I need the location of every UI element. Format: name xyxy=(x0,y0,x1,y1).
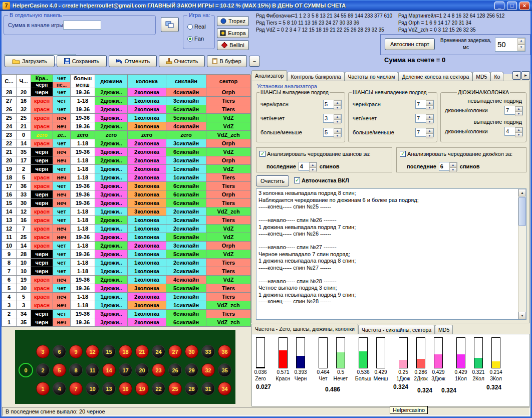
autospin-start-button[interactable]: Автоспин старт xyxy=(385,38,435,50)
roulette-number-19[interactable]: 19 xyxy=(135,382,149,395)
roulette-number-32[interactable]: 32 xyxy=(201,363,215,377)
spin-down-icon[interactable]: ▼ xyxy=(334,133,341,138)
buffer-button[interactable]: В буфер xyxy=(207,55,247,67)
roulette-number-2[interactable]: 2 xyxy=(36,363,50,377)
roulette-number-33[interactable]: 33 xyxy=(201,345,215,358)
roulette-number-20[interactable]: 20 xyxy=(135,363,149,377)
clear-button-top[interactable]: Очистить xyxy=(159,55,205,67)
roulette-number-31[interactable]: 31 xyxy=(201,382,215,395)
roulette-number-7[interactable]: 7 xyxy=(69,382,83,395)
detach-panel-button[interactable] xyxy=(161,17,179,32)
save-button[interactable]: Сохранить xyxy=(57,55,107,67)
roulette-number-30[interactable]: 30 xyxy=(185,345,198,358)
roulette-number-5[interactable]: 5 xyxy=(53,363,66,377)
roulette-number-23[interactable]: 23 xyxy=(152,363,165,377)
g1-row1-spinner[interactable]: 5▲▼ xyxy=(323,100,342,109)
roulette-number-12[interactable]: 12 xyxy=(86,345,99,358)
spin-down-icon[interactable]: ▼ xyxy=(517,45,525,51)
roulette-number-6[interactable]: 6 xyxy=(53,345,66,358)
scroll-down-icon[interactable]: ▼ xyxy=(518,312,526,319)
delay-spinner[interactable]: 50 ▲ ▼ xyxy=(495,38,525,52)
roulette-number-4[interactable]: 4 xyxy=(53,382,66,395)
alt2-spinner[interactable]: 6▲▼ xyxy=(439,162,457,171)
roulette-number-17[interactable]: 17 xyxy=(119,363,132,377)
spin-up-icon[interactable]: ▲ xyxy=(449,162,457,167)
undo-button[interactable]: Отменить xyxy=(109,55,157,67)
log-scrollbar[interactable]: ▲ ▼ xyxy=(518,189,526,319)
roulette-number-35[interactable]: 35 xyxy=(218,363,231,377)
europa-button[interactable]: Europa xyxy=(217,28,249,38)
g2-row2-spinner[interactable]: 7▲▼ xyxy=(415,114,434,123)
tab-scroll-left-icon[interactable]: ◄ xyxy=(512,71,521,80)
roulette-number-22[interactable]: 22 xyxy=(152,382,165,395)
roulette-number-14[interactable]: 14 xyxy=(102,363,116,377)
roulette-number-3[interactable]: 3 xyxy=(36,345,50,358)
spin-down-icon[interactable]: ▼ xyxy=(426,105,433,110)
close-button[interactable]: × xyxy=(519,2,529,10)
roulette-number-29[interactable]: 29 xyxy=(185,363,198,377)
tab-freq-md5[interactable]: MD5 xyxy=(435,325,453,334)
roulette-number-8[interactable]: 8 xyxy=(69,363,83,377)
spin-up-icon[interactable]: ▲ xyxy=(426,114,433,119)
roulette-number-15[interactable]: 15 xyxy=(102,345,116,358)
spin-up-icon[interactable]: ▲ xyxy=(309,162,317,167)
delay-value[interactable]: 50 xyxy=(495,38,517,51)
roulette-number-0[interactable]: 0 xyxy=(19,363,33,377)
roulette-number-34[interactable]: 34 xyxy=(218,382,231,395)
load-button[interactable]: Загрузить xyxy=(5,55,55,67)
spin-down-icon[interactable]: ▼ xyxy=(426,119,433,124)
tab-analyzer[interactable]: Анализатор xyxy=(251,70,287,81)
tab-bankroll[interactable]: Контроль банкролла xyxy=(287,72,344,81)
maximize-button[interactable]: □ xyxy=(507,2,517,10)
spin-down-icon[interactable]: ▼ xyxy=(515,132,522,137)
spin-down-icon[interactable]: ▼ xyxy=(515,111,522,116)
spin-up-icon[interactable]: ▲ xyxy=(426,128,433,133)
tab-number-frequencies[interactable]: Частоты по числам xyxy=(345,72,399,81)
roulette-number-18[interactable]: 18 xyxy=(119,345,132,358)
spin-up-icon[interactable]: ▲ xyxy=(426,100,433,105)
g3-row1-spinner[interactable]: 7▲▼ xyxy=(504,106,523,115)
alternation-dozen-checkbox[interactable] xyxy=(400,151,406,157)
roulette-number-9[interactable]: 9 xyxy=(69,345,83,358)
tab-scroll-right-icon[interactable]: ► xyxy=(521,71,530,80)
scrollbar-thumb[interactable] xyxy=(518,197,526,226)
spin-down-icon[interactable]: ▼ xyxy=(426,133,433,138)
g3-row2-spinner[interactable]: 4▲▼ xyxy=(504,127,523,136)
roulette-number-10[interactable]: 10 xyxy=(86,382,99,395)
spin-up-icon[interactable]: ▲ xyxy=(334,100,341,105)
collapse-button[interactable]: − xyxy=(249,56,260,67)
roulette-number-26[interactable]: 26 xyxy=(168,363,182,377)
spin-up-icon[interactable]: ▲ xyxy=(334,128,341,133)
roulette-number-1[interactable]: 1 xyxy=(36,382,50,395)
roulette-number-27[interactable]: 27 xyxy=(168,345,182,358)
roulette-number-25[interactable]: 25 xyxy=(168,382,182,395)
g2-row3-spinner[interactable]: 7▲▼ xyxy=(415,128,434,137)
minimize-button[interactable]: _ xyxy=(494,2,504,10)
roulette-number-28[interactable]: 28 xyxy=(185,382,198,395)
tropez-button[interactable]: Tropez xyxy=(217,16,249,26)
roulette-number-13[interactable]: 13 xyxy=(102,382,116,395)
roulette-number-21[interactable]: 21 xyxy=(135,345,149,358)
roulette-number-16[interactable]: 16 xyxy=(119,382,132,395)
g1-row3-spinner[interactable]: 5▲▼ xyxy=(323,128,342,137)
roulette-number-11[interactable]: 11 xyxy=(86,363,99,377)
scroll-up-icon[interactable]: ▲ xyxy=(518,189,526,196)
tab-freq-chances[interactable]: Частота - Zero, шансы, дюжины, колонки xyxy=(251,324,358,334)
tab-md5[interactable]: MD5 xyxy=(472,72,490,81)
analyzer-clear-button[interactable]: Очистить xyxy=(256,175,289,186)
g1-row2-spinner[interactable]: 3▲▼ xyxy=(323,114,342,123)
spin-down-icon[interactable]: ▼ xyxy=(309,167,317,172)
start-sum-input[interactable] xyxy=(63,21,101,30)
spin-up-icon[interactable]: ▲ xyxy=(515,127,522,132)
tab-wheel-sectors[interactable]: Деление колеса на сектора xyxy=(398,72,472,81)
spin-up-icon[interactable]: ▲ xyxy=(517,38,525,45)
tab-freq-sixlines[interactable]: Частота - сиклайны, сектора xyxy=(358,325,435,334)
autoclear-control[interactable]: Автоочистка ВКЛ xyxy=(294,177,349,183)
spin-up-icon[interactable]: ▲ xyxy=(334,114,341,119)
radio-fan[interactable]: Fan xyxy=(187,36,204,42)
alt1-spinner[interactable]: 4▲▼ xyxy=(299,162,317,171)
bellini-button[interactable]: Bellini xyxy=(217,40,249,50)
roulette-number-24[interactable]: 24 xyxy=(152,345,165,358)
spin-down-icon[interactable]: ▼ xyxy=(334,105,341,110)
spin-down-icon[interactable]: ▼ xyxy=(334,119,341,124)
